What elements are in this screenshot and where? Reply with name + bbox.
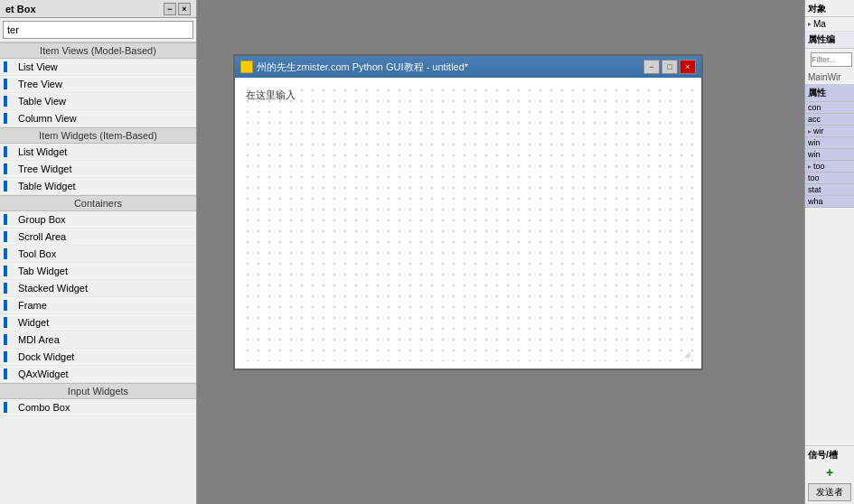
stacked-widget-icon [4,283,7,294]
tab-widget-label: Tab Widget [18,266,68,276]
property-row-win1[interactable]: win [805,137,854,149]
add-signal-icon[interactable]: + [826,465,833,480]
list-widget-icon [4,146,7,157]
sidebar-item-scroll-area[interactable]: Scroll Area [0,229,196,246]
section-item-views: Item Views (Model-Based) [0,42,196,59]
property-row-too1[interactable]: ▸ too [805,161,854,173]
property-row-stat[interactable]: stat [805,184,854,196]
sidebar-item-list-view[interactable]: List View [0,59,196,76]
sidebar-item-widget[interactable]: Widget [0,314,196,331]
widget-icon [4,317,7,328]
filter-row [805,49,854,70]
design-canvas[interactable]: 州的先生zmister.com Python GUI教程 - untitled*… [197,0,804,504]
frame-icon [4,300,7,311]
sidebar-item-column-view[interactable]: Column View [0,110,196,127]
widget-list: Item Views (Model-Based) List View Tree … [0,42,196,504]
section-input-widgets: Input Widgets [0,383,196,399]
frame-label: Frame [18,300,47,311]
sidebar-item-tab-widget[interactable]: Tab Widget [0,263,196,280]
sidebar-item-frame[interactable]: Frame [0,297,196,314]
class-label: MainWir [805,70,854,85]
table-widget-label: Table Widget [18,181,76,191]
widget-label: Widget [18,317,49,328]
table-view-icon [4,96,7,107]
sidebar-item-dock-widget[interactable]: Dock Widget [0,349,196,366]
tree-widget-icon [4,163,7,174]
svg-line-1 [688,355,690,358]
combo-box-icon [4,402,7,413]
sidebar-item-stacked-widget[interactable]: Stacked Widget [0,280,196,297]
window-close-btn[interactable]: × [680,60,696,74]
plus-icon-row: + [808,465,851,480]
group-box-icon [4,214,7,225]
property-row-acc[interactable]: acc [805,114,854,126]
window-title-area: 州的先生zmister.com Python GUI教程 - untitled* [240,61,468,74]
property-row-con[interactable]: con [805,102,854,114]
mdi-area-label: MDI Area [18,334,60,345]
panel-min-btn[interactable]: − [164,3,176,15]
window-title-text: 州的先生zmister.com Python GUI教程 - untitled* [257,61,468,74]
input-hint-text: 在这里输入 [246,89,296,102]
sidebar-item-list-widget[interactable]: List Widget [0,144,196,161]
window-max-btn[interactable]: □ [662,60,678,74]
sidebar-item-mdi-area[interactable]: MDI Area [0,331,196,349]
sidebar-item-tree-widget[interactable]: Tree Widget [0,161,196,178]
sidebar-item-qax-widget[interactable]: QAxWidget [0,366,196,383]
property-title-label: 属性 [808,88,826,98]
dotted-canvas[interactable]: 在这里输入 [242,85,694,361]
property-row-too2[interactable]: too [805,173,854,184]
group-box-label: Group Box [18,214,66,225]
column-view-label: Column View [18,113,77,124]
tree-widget-label: Tree Widget [18,163,72,174]
window-app-icon [240,61,253,73]
dock-widget-label: Dock Widget [18,351,74,362]
window-controls: − □ × [643,60,696,74]
window-titlebar: 州的先生zmister.com Python GUI教程 - untitled*… [235,56,701,78]
section-containers: Containers [0,195,196,211]
list-widget-label: List Widget [18,146,67,157]
floating-window: 州的先生zmister.com Python GUI教程 - untitled*… [233,54,703,370]
section-item-widgets: Item Widgets (Item-Based) [0,127,196,144]
tool-box-icon [4,248,7,259]
sidebar-item-combo-box[interactable]: Combo Box [0,399,196,416]
sidebar-item-table-widget[interactable]: Table Widget [0,178,196,195]
right-panel: 对象 ▸ Ma 属性编 MainWir 属性 con acc ▸ wir win… [804,0,854,504]
property-row-wir[interactable]: ▸ wir [805,126,854,137]
property-filter-input[interactable] [811,52,852,67]
scroll-area-label: Scroll Area [18,231,66,242]
table-view-label: Table View [18,96,66,107]
combo-box-label: Combo Box [18,402,70,413]
object-section-header: 对象 [805,0,854,17]
resize-handle-icon[interactable] [683,350,692,359]
panel-titlebar: et Box − × [0,0,196,18]
sidebar-item-tool-box[interactable]: Tool Box [0,246,196,263]
property-row-win2[interactable]: win [805,149,854,161]
sidebar-item-group-box[interactable]: Group Box [0,211,196,229]
message-label: 信号/槽 [808,449,851,462]
panel-close-btn[interactable]: × [178,3,191,15]
message-section: 信号/槽 + 发送者 [805,445,854,504]
property-row-wha[interactable]: wha [805,196,854,208]
tab-widget-icon [4,266,7,276]
stacked-widget-label: Stacked Widget [18,283,88,294]
search-box [0,18,196,42]
mdi-area-icon [4,334,7,345]
dock-widget-icon [4,351,7,362]
send-button[interactable]: 发送者 [808,483,851,501]
window-min-btn[interactable]: − [643,60,660,74]
qax-widget-icon [4,369,7,379]
wir-expand-arrow: ▸ [808,127,812,135]
mainwin-value: Ma [813,19,826,29]
object-label: 对象 [808,4,826,14]
widget-box-panel: et Box − × Item Views (Model-Based) List… [0,0,197,504]
property-title: 属性 [805,85,854,102]
sidebar-item-tree-view[interactable]: Tree View [0,76,196,93]
tree-view-icon [4,79,7,89]
list-view-icon [4,61,7,72]
search-input[interactable] [3,21,193,39]
window-content[interactable]: 在这里输入 [235,78,701,369]
class-name: MainWir [808,72,841,82]
sidebar-item-table-view[interactable]: Table View [0,93,196,110]
property-editor-label: 属性编 [808,34,835,44]
list-view-label: List View [18,61,58,72]
